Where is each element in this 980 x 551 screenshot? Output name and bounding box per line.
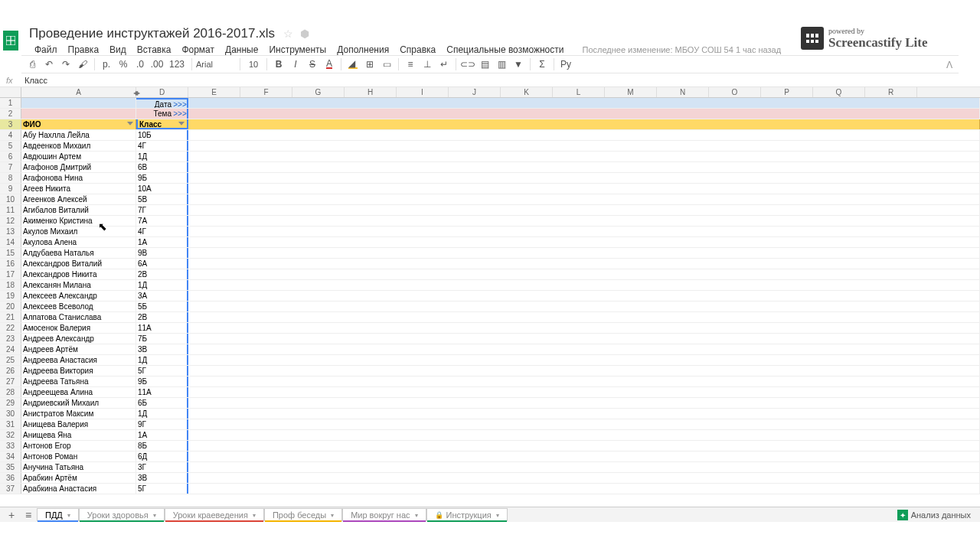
comment-button[interactable]: ▤ (477, 57, 492, 72)
wrap-button[interactable]: ↵ (436, 57, 452, 72)
cell-fio[interactable]: Анищева Яна (21, 430, 136, 440)
sheet-tab[interactable]: Проф беседы▾ (264, 508, 342, 521)
row-header[interactable]: 9 (0, 184, 21, 194)
table-row[interactable]: 20Алексеев Всеволод5Б (0, 302, 980, 312)
col-header[interactable]: K (501, 87, 553, 97)
col-header[interactable]: O (709, 87, 761, 97)
italic-button[interactable]: I (288, 57, 303, 72)
fill-color-button[interactable]: ◢ (345, 57, 361, 72)
cell-class[interactable]: 11А (136, 323, 188, 333)
row-header[interactable]: 24 (0, 344, 21, 354)
table-row[interactable]: 8Агафонова Нина9Б (0, 173, 980, 184)
analyze-data-button[interactable]: ✦ Анализ данных (897, 510, 971, 520)
row-header[interactable]: 33 (0, 441, 21, 451)
table-row[interactable]: 15Алдубаева Наталья9В (0, 248, 980, 259)
doc-title[interactable]: Проведение инструктажей 2016-2017.xls (29, 26, 275, 41)
bold-button[interactable]: B (271, 57, 286, 72)
table-row[interactable]: 17Александров Никита2В (0, 269, 980, 280)
percent-button[interactable]: % (116, 57, 131, 72)
table-row[interactable]: 16Александров Виталий6А (0, 259, 980, 269)
row-header[interactable]: 8 (0, 173, 21, 183)
filter-button[interactable]: ▼ (511, 57, 526, 72)
cell-class[interactable]: 3В (136, 344, 188, 354)
cell-class[interactable]: 1Д (136, 355, 188, 365)
cell-fio[interactable]: Авдеенков Михаил (21, 141, 136, 151)
cell-fio[interactable]: Андреева Виктория (21, 366, 136, 376)
table-row[interactable]: 9Агеев Никита10А (0, 184, 980, 194)
cell-class[interactable]: 1Д (136, 280, 188, 290)
paint-format-icon[interactable]: 🖌 (75, 57, 90, 72)
cell-class[interactable]: 6В (136, 162, 188, 172)
col-header[interactable]: M (605, 87, 657, 97)
cell-class[interactable]: 4Г (136, 227, 188, 236)
collapse-toolbar-icon[interactable]: ᐱ (946, 60, 952, 70)
formula-bar[interactable]: fx Класс (0, 73, 980, 87)
cell-class[interactable]: 1Д (136, 409, 188, 419)
row-header[interactable]: 13 (0, 227, 21, 236)
merge-button[interactable]: ▭ (379, 57, 394, 72)
col-header[interactable]: R (865, 87, 917, 97)
col-header[interactable]: Q (813, 87, 865, 97)
cell-class[interactable]: 3А (136, 291, 188, 301)
table-row[interactable]: 24Андреев Артём3В (0, 344, 980, 355)
font-select[interactable] (196, 60, 236, 69)
row-header[interactable]: 29 (0, 398, 21, 408)
row-header[interactable]: 16 (0, 259, 21, 269)
folder-icon[interactable]: ⬢ (300, 28, 309, 40)
cell-class[interactable]: 4Г (136, 141, 188, 151)
cell-fio[interactable]: Антонов Роман (21, 452, 136, 461)
all-sheets-button[interactable]: ≡ (20, 507, 37, 523)
col-header[interactable]: J (449, 87, 501, 97)
row-header[interactable]: 12 (0, 216, 21, 226)
row-header[interactable]: 3 (0, 119, 21, 129)
cell-class[interactable]: 8Б (136, 441, 188, 451)
row-header[interactable]: 26 (0, 366, 21, 376)
cell-fio[interactable]: Алдубаева Наталья (21, 248, 136, 258)
cell-fio[interactable]: Андреев Александр (21, 334, 136, 344)
cell-fio[interactable]: Анистратов Максим (21, 409, 136, 419)
format-123-button[interactable]: 123 (166, 57, 188, 72)
sheets-app-icon[interactable] (3, 31, 18, 51)
row-header[interactable]: 21 (0, 312, 21, 322)
row-header[interactable]: 20 (0, 302, 21, 311)
table-row[interactable]: 5Авдеенков Михаил4Г (0, 141, 980, 152)
cell-fio[interactable]: Агибалов Виталий (21, 205, 136, 215)
cell-class[interactable]: 9Б (136, 377, 188, 386)
row-header[interactable]: 32 (0, 430, 21, 440)
row-header[interactable]: 27 (0, 377, 21, 386)
row-header[interactable]: 34 (0, 452, 21, 461)
cell-class[interactable]: 6А (136, 259, 188, 269)
table-row[interactable]: 10Агеенков Алексей5В (0, 194, 980, 205)
cell-fio[interactable]: Авдюшин Артем (21, 152, 136, 161)
cell-fio[interactable]: Акулова Алена (21, 237, 136, 247)
row-header[interactable]: 15 (0, 248, 21, 258)
table-row[interactable]: 32Анищева Яна1А (0, 430, 980, 441)
table-row[interactable]: 31Анищева Валерия9Г (0, 419, 980, 430)
table-row[interactable]: 14Акулова Алена1А (0, 237, 980, 248)
cell-fio[interactable]: Амосенок Валерия (21, 323, 136, 333)
cell-fio[interactable]: Агеев Никита (21, 184, 136, 194)
cell-fio[interactable]: Анучина Татьяна (21, 462, 136, 472)
cell-fio[interactable]: Антонов Егор (21, 441, 136, 451)
cell-class[interactable]: 7Б (136, 334, 188, 344)
table-row[interactable]: 27Андреева Татьяна9Б (0, 377, 980, 387)
select-all-corner[interactable] (0, 87, 21, 97)
filter-icon[interactable] (127, 122, 133, 128)
cell-fio[interactable]: Агафонова Нина (21, 173, 136, 183)
cell-fio[interactable]: Александров Виталий (21, 259, 136, 269)
cell-class[interactable]: 2В (136, 269, 188, 279)
link-button[interactable]: ⊂⊃ (460, 57, 475, 72)
chart-button[interactable]: ▥ (494, 57, 509, 72)
col-header[interactable]: F (240, 87, 292, 97)
table-row[interactable]: 25Андреева Анастасия1Д (0, 355, 980, 366)
table-row[interactable]: 7Агафонов Дмитрий6В (0, 162, 980, 173)
print-icon[interactable]: ⎙ (24, 57, 40, 72)
cell-class[interactable]: 1Д (136, 152, 188, 161)
row-header[interactable]: 28 (0, 387, 21, 397)
cell-class[interactable]: 10Б (136, 130, 188, 140)
cell-fio[interactable]: Алексеев Александр (21, 291, 136, 301)
table-row[interactable]: 36Арабкин Артём3В (0, 473, 980, 484)
table-row[interactable]: 3 ФИО Класс (0, 119, 980, 130)
decimal-dec-button[interactable]: .0 (132, 57, 148, 72)
cell-class[interactable]: 11А (136, 387, 188, 397)
